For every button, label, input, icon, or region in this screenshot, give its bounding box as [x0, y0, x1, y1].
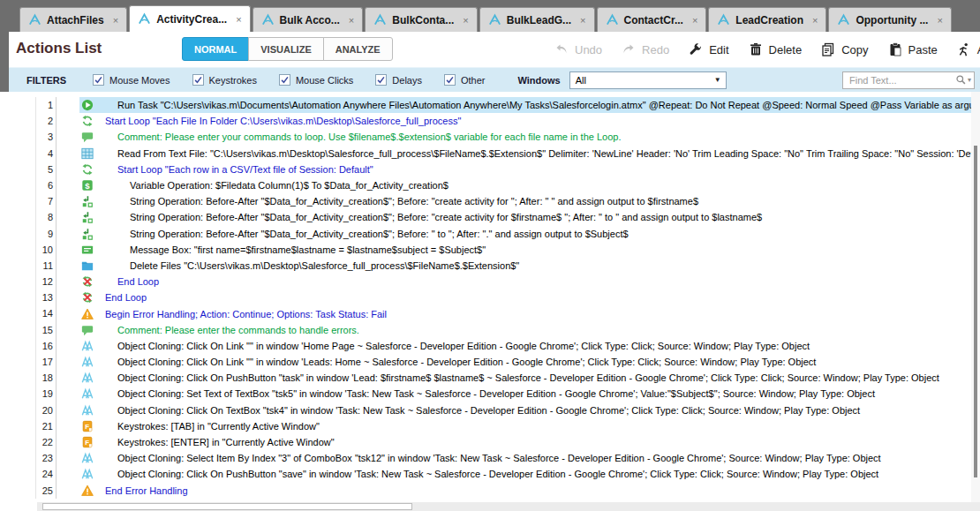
- action-row[interactable]: 21FKeystrokes: [TAB] in "Currently Activ…: [0, 418, 971, 434]
- actions-button[interactable]: Actions: [957, 42, 980, 56]
- vertical-scrollbar-thumb[interactable]: [974, 146, 977, 477]
- row-number: 3: [35, 129, 57, 145]
- action-row-body[interactable]: String Operation: Before-After "$Data_fo…: [79, 209, 971, 225]
- action-row[interactable]: 19Object Cloning: Set Text of TextBox "t…: [0, 386, 971, 402]
- filter-mouse-clicks[interactable]: Mouse Clicks: [279, 74, 353, 86]
- tab-close-icon[interactable]: ×: [349, 15, 354, 26]
- copy-button[interactable]: Copy: [821, 42, 868, 56]
- row-number: 14: [35, 305, 57, 321]
- action-row-body[interactable]: FKeystrokes: [ENTER] in "Currently Activ…: [79, 434, 971, 450]
- undo-button[interactable]: Undo: [554, 42, 602, 56]
- action-row-body[interactable]: End Error Handling: [79, 483, 971, 499]
- action-row[interactable]: 2Start Loop "Each File In Folder C:\User…: [0, 113, 971, 129]
- action-row-text: Object Cloning: Click On Link "" in wind…: [117, 341, 810, 351]
- delete-button[interactable]: Delete: [749, 42, 803, 56]
- tab-close-icon[interactable]: ×: [463, 15, 468, 26]
- action-row-body[interactable]: Run Task "C:\Users\vikas.m\Documents\Aut…: [79, 97, 971, 113]
- horizontal-scrollbar-thumb[interactable]: [42, 503, 412, 510]
- horizontal-scrollbar[interactable]: [37, 502, 980, 511]
- action-row-body[interactable]: End Loop: [79, 274, 971, 289]
- checkbox-icon[interactable]: [279, 74, 290, 86]
- action-row[interactable]: 6$Variable Operation: $Filedata Column(1…: [0, 177, 971, 193]
- action-row-body[interactable]: String Operation: Before-After "$Data_fo…: [79, 226, 971, 242]
- mode-normal[interactable]: NORMAL: [182, 37, 249, 61]
- checkbox-icon[interactable]: [444, 74, 456, 86]
- action-row-body[interactable]: Begin Error Handling; Action: Continue; …: [79, 305, 971, 321]
- find-text-input[interactable]: [843, 72, 954, 88]
- filter-keystrokes[interactable]: Keystrokes: [192, 74, 257, 86]
- mode-analyze[interactable]: ANALYZE: [323, 37, 393, 61]
- row-number: 24: [35, 466, 57, 482]
- tab-bulkleadg[interactable]: BulkLeadG...×: [479, 7, 595, 32]
- action-row[interactable]: 15Comment: Please enter the commands to …: [0, 322, 971, 338]
- action-row-body[interactable]: Message Box: "first name=$firstname$last…: [79, 242, 971, 258]
- action-row[interactable]: 25End Error Handling: [0, 483, 971, 499]
- edit-button[interactable]: Edit: [689, 42, 728, 56]
- action-row-body[interactable]: Start Loop "Each File In Folder C:\Users…: [79, 113, 971, 129]
- action-row-body[interactable]: End Loop: [79, 289, 971, 305]
- tab-close-icon[interactable]: ×: [937, 15, 942, 26]
- action-row-body[interactable]: Read From Text File: "C:\Users\vikas.m\D…: [79, 146, 971, 162]
- action-row[interactable]: 3Comment: Please enter your commands to …: [0, 129, 971, 145]
- chevron-down-icon[interactable]: ▼: [714, 76, 721, 84]
- action-row[interactable]: 13End Loop: [0, 289, 971, 305]
- action-row[interactable]: 18Object Cloning: Click On PushButton "t…: [0, 370, 971, 386]
- filter-other[interactable]: Other: [444, 74, 486, 86]
- action-row[interactable]: 14Begin Error Handling; Action: Continue…: [0, 305, 971, 321]
- checkbox-icon[interactable]: [192, 74, 204, 86]
- checkbox-icon[interactable]: [375, 74, 387, 86]
- action-row[interactable]: 17Object Cloning: Click On Link "" in wi…: [0, 354, 971, 370]
- action-row[interactable]: 22FKeystrokes: [ENTER] in "Currently Act…: [0, 434, 971, 450]
- toolbar-label: Edit: [709, 43, 728, 56]
- action-row[interactable]: 8String Operation: Before-After "$Data_f…: [0, 209, 971, 225]
- filter-mouse-moves[interactable]: Mouse Moves: [93, 74, 170, 86]
- vertical-scrollbar[interactable]: [971, 92, 980, 502]
- action-row-body[interactable]: Object Cloning: Click On Link "" in wind…: [79, 354, 971, 370]
- paste-button[interactable]: Paste: [888, 42, 938, 56]
- action-row-body[interactable]: Object Cloning: Click On PushButton "tas…: [79, 370, 971, 386]
- action-row-body[interactable]: $Variable Operation: $Filedata Column(1)…: [79, 177, 971, 193]
- action-row-body[interactable]: Object Cloning: Click On Link "" in wind…: [79, 338, 971, 354]
- tab-attachfiles[interactable]: AttachFiles×: [19, 7, 127, 32]
- tab-bulkconta[interactable]: BulkConta...×: [365, 7, 477, 32]
- tab-activitycrea[interactable]: ActivityCrea...×: [129, 5, 250, 32]
- action-row[interactable]: 16Object Cloning: Click On Link "" in wi…: [0, 338, 971, 354]
- tab-close-icon[interactable]: ×: [692, 15, 697, 26]
- tab-bulk-acco[interactable]: Bulk Acco...×: [253, 7, 364, 32]
- action-row-body[interactable]: Delete Files "C:\Users\vikas.m\Desktop\S…: [79, 258, 971, 274]
- action-row[interactable]: 7String Operation: Before-After "$Data_f…: [0, 193, 971, 209]
- action-row-body[interactable]: Object Cloning: Set Text of TextBox "tsk…: [79, 386, 971, 402]
- tab-leadcreation[interactable]: LeadCreation×: [708, 7, 826, 32]
- mode-visualize[interactable]: VISUALIZE: [248, 37, 323, 61]
- tab-close-icon[interactable]: ×: [113, 15, 118, 26]
- filter-delays[interactable]: Delays: [375, 74, 422, 86]
- action-row[interactable]: 20Object Cloning: Click On TextBox "tsk4…: [0, 402, 971, 418]
- search-icon[interactable]: ▾: [955, 74, 971, 86]
- action-row[interactable]: 1Run Task "C:\Users\vikas.m\Documents\Au…: [0, 97, 971, 113]
- tab-opportunity[interactable]: Opportunity ...×: [828, 7, 951, 32]
- action-row[interactable]: 23Object Cloning: Select Item By Index "…: [0, 450, 971, 466]
- action-row-body[interactable]: Object Cloning: Select Item By Index "3"…: [79, 450, 971, 466]
- action-row-body[interactable]: Object Cloning: Click On PushButton "sav…: [79, 466, 971, 482]
- checkbox-icon[interactable]: [93, 74, 104, 86]
- tab-close-icon[interactable]: ×: [236, 14, 241, 25]
- action-row-body[interactable]: Start Loop "Each row in a CSV/Text file …: [79, 162, 971, 177]
- action-row[interactable]: 9String Operation: Before-After "$Data_f…: [0, 226, 971, 242]
- tab-close-icon[interactable]: ×: [580, 15, 585, 26]
- action-row[interactable]: 4Read From Text File: "C:\Users\vikas.m\…: [0, 146, 971, 162]
- find-text-box[interactable]: ▾: [842, 71, 975, 89]
- action-row-body[interactable]: FKeystrokes: [TAB] in "Currently Active …: [79, 418, 971, 434]
- action-row-body[interactable]: Object Cloning: Click On TextBox "tsk4" …: [79, 402, 971, 418]
- action-row-body[interactable]: String Operation: Before-After "$Data_fo…: [79, 193, 971, 209]
- redo-button[interactable]: Redo: [622, 42, 669, 56]
- action-row[interactable]: 10Message Box: "first name=$firstname$la…: [0, 242, 971, 258]
- action-row-body[interactable]: Comment: Please enter your commands to l…: [79, 129, 971, 145]
- tab-close-icon[interactable]: ×: [812, 15, 818, 26]
- action-row-body[interactable]: Comment: Please enter the commands to ha…: [79, 322, 971, 338]
- tab-contactcr[interactable]: ContactCr...×: [597, 7, 707, 32]
- action-row[interactable]: 5Start Loop "Each row in a CSV/Text file…: [0, 162, 971, 177]
- action-row[interactable]: 11Delete Files "C:\Users\vikas.m\Desktop…: [0, 258, 971, 274]
- windows-dropdown[interactable]: All ▼: [569, 71, 727, 89]
- action-row[interactable]: 12End Loop: [0, 274, 971, 289]
- action-row[interactable]: 24Object Cloning: Click On PushButton "s…: [0, 466, 971, 482]
